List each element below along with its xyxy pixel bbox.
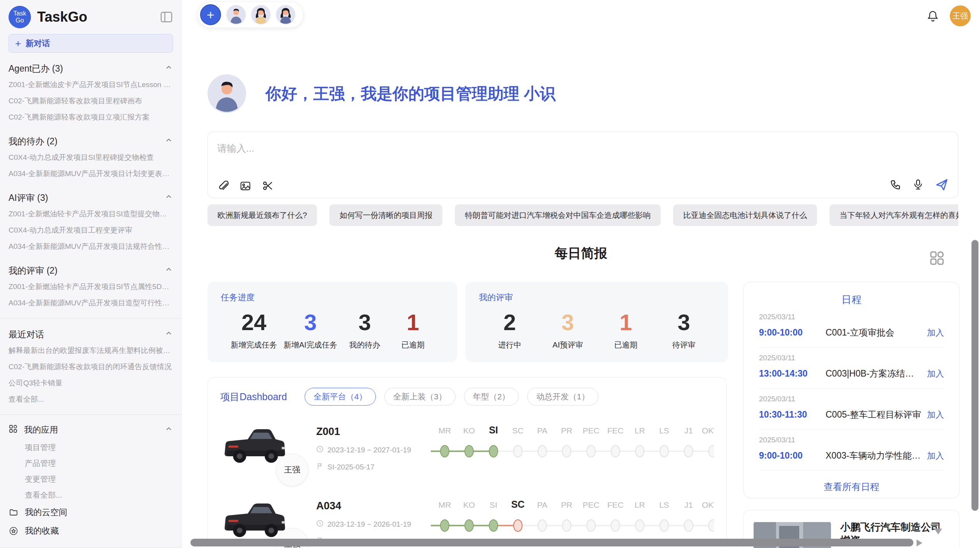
sidebar-item[interactable]: A034-全新新能源MUV产品开发项目计划变更表编写	[9, 166, 173, 182]
flag-icon	[316, 462, 324, 472]
session-avatar-1[interactable]	[226, 5, 246, 24]
sidebar-item-project-mgmt[interactable]: 项目管理	[9, 440, 173, 456]
sidebar-section-header[interactable]: 我的评审 (2)	[9, 262, 173, 279]
project-dates: 2023-12-19 ~ 2026-01-19	[316, 520, 429, 529]
sidebar-item[interactable]: 公司Q3轻卡销量	[9, 375, 173, 391]
new-chat-button[interactable]: + 新对话	[9, 34, 173, 53]
paperclip-icon[interactable]	[217, 180, 229, 192]
sidebar-item-my-apps[interactable]: 我的应用	[9, 420, 173, 440]
suggestion-chip[interactable]: 当下年轻人对汽车外观有怎样的喜好趋势	[829, 204, 958, 226]
sidebar-item[interactable]: Z001-全新燃油轻卡产品开发项目SI节点属性5D文件评审	[9, 279, 173, 295]
sidebar-header: Task Go TaskGo	[9, 0, 173, 34]
sidebar-section: 我的评审 (2)Z001-全新燃油轻卡产品开发项目SI节点属性5D文件评审A03…	[9, 262, 173, 311]
dashboard-tab[interactable]: 全新平台（4）	[305, 388, 376, 406]
layout-grid-icon[interactable]	[929, 250, 944, 267]
user-avatar[interactable]: 王强	[950, 5, 971, 26]
apps-grid-icon	[9, 424, 18, 436]
brief-card-title: 我的评审	[479, 292, 715, 303]
suggestion-chip[interactable]: 比亚迪全固态电池计划具体说了什么	[673, 204, 817, 226]
scroll-down-arrow[interactable]	[934, 529, 942, 534]
project-dates: 2023-12-19 ~ 2027-01-19	[316, 445, 429, 455]
sidebar-section-header[interactable]: AI评审 (3)	[9, 190, 173, 206]
sidebar-item[interactable]: C02-飞腾新能源轻客改款项目里程碑画布	[9, 93, 173, 109]
scissors-icon[interactable]	[262, 180, 274, 192]
mic-icon[interactable]	[912, 179, 924, 190]
sidebar-item-view-all-apps[interactable]: 查看全部...	[9, 487, 173, 503]
stat-value: 3	[663, 310, 705, 335]
sidebar-section-header[interactable]: 最近对话	[9, 326, 173, 342]
sidebar-item-change-mgmt[interactable]: 变更管理	[9, 471, 173, 487]
sidebar-section-title: Agent已办 (3)	[9, 63, 63, 75]
vertical-scrollbar[interactable]	[971, 240, 978, 511]
sidebar-item[interactable]: C0X4-动力总成开发项目SI里程碑提交物检查	[9, 149, 173, 166]
schedule-item: 2025/03/119:00-10:00C001-立项审批会加入	[759, 307, 944, 348]
scroll-right-arrow[interactable]	[917, 539, 922, 546]
suggestion-chip[interactable]: 如何写一份清晰的项目周报	[329, 204, 442, 226]
project-milestones: MRKOSISCPAPRPECFECLRLSJ1OKTB	[429, 421, 714, 465]
sidebar-item[interactable]: Z001-全新燃油皮卡产品开发项目SI节点Lesson Learn报告	[9, 77, 173, 93]
phone-icon[interactable]	[890, 179, 901, 190]
sidebar-item[interactable]: C02-飞腾新能源轻客改款项目的闭环通告反馈情况	[9, 359, 173, 375]
project-flag: SI-2025-05-17	[316, 462, 429, 472]
chat-input-box[interactable]	[207, 132, 958, 198]
sidebar-section-header[interactable]: 我的待办 (2)	[9, 133, 173, 149]
svg-text:PR: PR	[561, 500, 572, 509]
sidebar-item-cloud-space[interactable]: 我的云空间	[9, 503, 173, 522]
sidebar-item[interactable]: Z001-全新燃油轻卡产品开发项目SI造型提交物评审	[9, 206, 173, 222]
session-avatar-3[interactable]	[276, 5, 295, 24]
sidebar-item-favorites[interactable]: 我的收藏	[9, 522, 173, 540]
schedule-panel: 日程 2025/03/119:00-10:00C001-立项审批会加入2025/…	[743, 282, 960, 498]
sidebar-item-product-mgmt[interactable]: 产品管理	[9, 456, 173, 471]
send-icon[interactable]	[935, 178, 949, 192]
join-link[interactable]: 加入	[927, 409, 944, 421]
join-link[interactable]: 加入	[927, 327, 944, 339]
sidebar-item[interactable]: C0X4-动力总成开发项目工程变更评审	[9, 222, 173, 238]
greeting: 你好，王强，我是你的项目管理助理 小识	[207, 74, 555, 113]
sidebar-item[interactable]: C02-飞腾新能源轻客改款项目立项汇报方案	[9, 109, 173, 125]
horizontal-scrollbar[interactable]	[190, 539, 913, 546]
session-avatar-2[interactable]	[251, 5, 271, 24]
image-icon[interactable]	[240, 180, 251, 192]
svg-text:SC: SC	[512, 426, 523, 435]
sidebar-item[interactable]: A034-全新新能源MUV产品开发项目造型可行性评审	[9, 295, 173, 311]
sidebar-section-title: 最近对话	[9, 329, 44, 341]
suggestion-chip[interactable]: 欧洲新规最近颁布了什么?	[207, 204, 317, 226]
daily-brief-cards: 任务进度24新增完成任务3新增AI完成任务3我的待办1已逾期我的评审2进行中3A…	[207, 282, 728, 362]
sidebar-item[interactable]: 解释最新出台的欧盟报废车法规再生塑料比例被调至15%...	[9, 342, 173, 359]
bell-icon[interactable]	[927, 10, 939, 22]
project-car: 王强	[220, 421, 309, 480]
schedule-line: 13:00-14:30C003|H0B-方案冻结评审加入	[759, 368, 944, 380]
join-link[interactable]: 加入	[927, 368, 944, 380]
suggestion-chip[interactable]: 特朗普可能对进口汽车增税会对中国车企造成哪些影响	[455, 204, 661, 226]
assistant-avatar	[207, 74, 246, 113]
view-all-schedule-link[interactable]: 查看所有日程	[759, 481, 944, 493]
dashboard-tab[interactable]: 年型（2）	[464, 388, 519, 406]
schedule-date: 2025/03/11	[759, 395, 944, 403]
svg-text:OKTB: OKTB	[702, 426, 714, 435]
sidebar-collapse-icon[interactable]	[160, 11, 173, 23]
sidebar-item[interactable]: 查看全部...	[9, 391, 173, 408]
new-session-button[interactable]: +	[200, 4, 221, 25]
dashboard-tabs: 全新平台（4）全新上装（3）年型（2）动总开发（1）	[305, 388, 598, 406]
join-link[interactable]: 加入	[927, 450, 944, 462]
project-milestones: MRKOSISCPAPRPECFECLRLSJ1OKTB	[429, 495, 714, 539]
sidebar-item[interactable]: A034-全新新能源MUV产品开发项目法规符合性评审	[9, 238, 173, 255]
project-info: Z0012023-12-19 ~ 2027-01-19SI-2025-05-17	[316, 421, 429, 472]
stat-label: AI预评审	[547, 340, 589, 350]
stat-value: 3	[547, 310, 589, 335]
sidebar-section-header[interactable]: Agent已办 (3)	[9, 60, 173, 77]
dashboard-tab[interactable]: 动总开发（1）	[527, 388, 598, 406]
chat-input[interactable]	[208, 132, 958, 169]
chevron-up-icon	[164, 192, 173, 203]
sidebar-section: 我的待办 (2)C0X4-动力总成开发项目SI里程碑提交物检查A034-全新新能…	[9, 133, 173, 182]
stats-row: 2进行中3AI预评审1已逾期3待评审	[479, 310, 715, 350]
svg-text:MR: MR	[439, 500, 451, 509]
stats-row: 24新增完成任务3新增AI完成任务3我的待办1已逾期	[221, 310, 444, 350]
schedule-time: 9:00-10:00	[759, 450, 826, 461]
stat: 2进行中	[489, 310, 531, 350]
schedule-line: 9:00-10:00X003-车辆动力学性能验...加入	[759, 450, 944, 462]
svg-text:PA: PA	[537, 500, 547, 509]
stat-label: 新增AI完成任务	[284, 340, 338, 350]
dashboard-tab[interactable]: 全新上装（3）	[384, 388, 456, 406]
svg-text:KO: KO	[463, 426, 475, 435]
